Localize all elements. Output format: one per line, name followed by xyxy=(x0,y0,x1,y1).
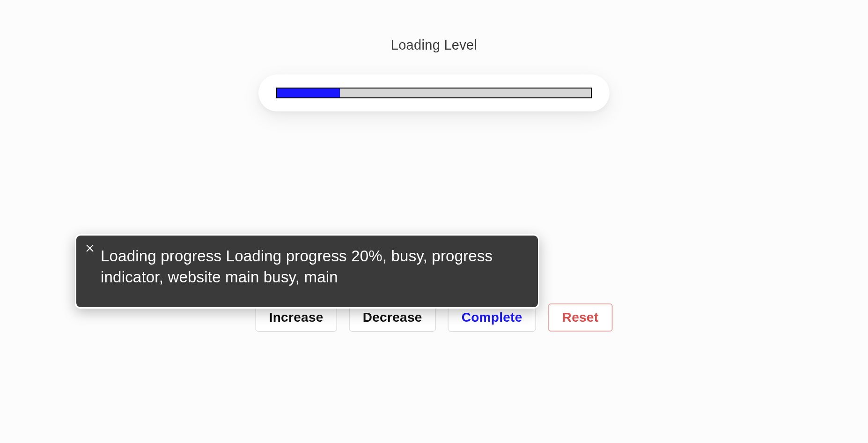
progress-card xyxy=(258,74,610,111)
accessibility-tooltip: Loading progress Loading progress 20%, b… xyxy=(75,234,539,309)
page-title: Loading Level xyxy=(0,37,868,53)
tooltip-text: Loading progress Loading progress 20%, b… xyxy=(101,246,521,288)
close-icon[interactable] xyxy=(86,244,94,252)
progress-fill xyxy=(277,89,340,97)
reset-button[interactable]: Reset xyxy=(548,303,613,332)
progress-bar xyxy=(276,88,592,98)
